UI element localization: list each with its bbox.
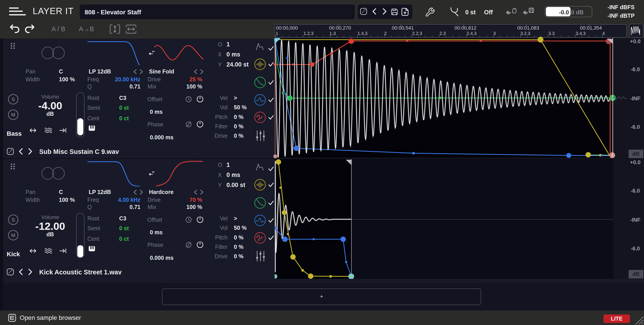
svg-text:S: S <box>12 96 15 102</box>
svg-text:M: M <box>11 232 15 238</box>
svg-text:M: M <box>11 112 15 118</box>
svg-text:S: S <box>12 217 15 223</box>
